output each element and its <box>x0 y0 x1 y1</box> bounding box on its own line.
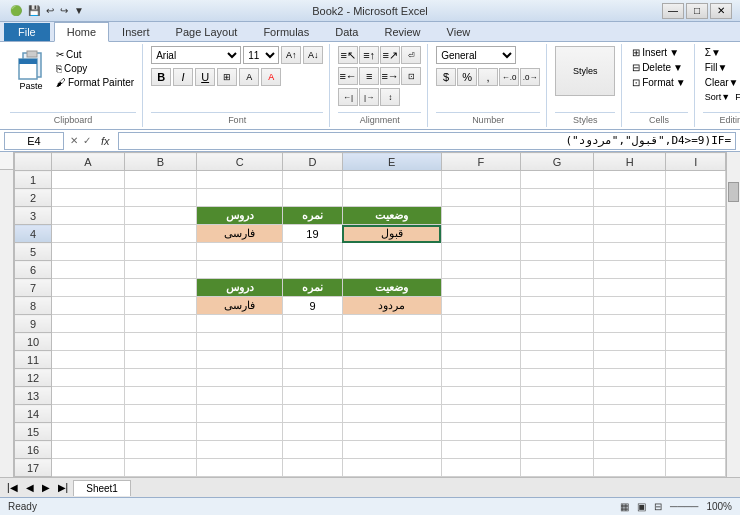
cell-E17[interactable] <box>342 459 441 477</box>
cell-B6[interactable] <box>124 261 197 279</box>
fill-button[interactable]: Fill▼ <box>703 61 730 74</box>
maximize-btn[interactable]: □ <box>686 3 708 19</box>
cell-B15[interactable] <box>124 423 197 441</box>
cell-F8[interactable] <box>441 297 520 315</box>
cell-reference-input[interactable] <box>4 132 64 150</box>
cell-A8[interactable] <box>52 297 125 315</box>
cell-H4[interactable] <box>593 225 666 243</box>
cell-E6[interactable] <box>342 261 441 279</box>
cell-B4[interactable] <box>124 225 197 243</box>
cell-G14[interactable] <box>521 405 594 423</box>
cell-I11[interactable] <box>666 351 726 369</box>
cell-B13[interactable] <box>124 387 197 405</box>
cell-E8[interactable]: مردود <box>342 297 441 315</box>
clear-button[interactable]: Clear▼ <box>703 76 740 89</box>
cell-A9[interactable] <box>52 315 125 333</box>
cell-I10[interactable] <box>666 333 726 351</box>
undo-btn[interactable]: ↩ <box>44 4 56 17</box>
redo-btn[interactable]: ↪ <box>58 4 70 17</box>
cell-H7[interactable] <box>593 279 666 297</box>
cell-B12[interactable] <box>124 369 197 387</box>
cell-F9[interactable] <box>441 315 520 333</box>
cell-E14[interactable] <box>342 405 441 423</box>
cell-E7[interactable]: وضعیت <box>342 279 441 297</box>
text-direction-btn[interactable]: ↕ <box>380 88 400 106</box>
cell-D12[interactable] <box>283 369 342 387</box>
cell-C15[interactable] <box>197 423 283 441</box>
increase-decimal-btn[interactable]: .0→ <box>520 68 540 86</box>
cell-G11[interactable] <box>521 351 594 369</box>
cell-C4[interactable]: فارسی <box>197 225 283 243</box>
tab-data[interactable]: Data <box>322 22 371 41</box>
delete-button[interactable]: ⊟ Delete▼ <box>630 61 685 74</box>
cell-D8[interactable]: 9 <box>283 297 342 315</box>
comma-btn[interactable]: , <box>478 68 498 86</box>
font-name-select[interactable]: Arial <box>151 46 241 64</box>
cell-G12[interactable] <box>521 369 594 387</box>
cell-H17[interactable] <box>593 459 666 477</box>
cell-G1[interactable] <box>521 171 594 189</box>
cell-A3[interactable] <box>52 207 125 225</box>
merge-btn[interactable]: ⊡ <box>401 67 421 85</box>
wrap-text-btn[interactable]: ⏎ <box>401 46 421 64</box>
cell-I2[interactable] <box>666 189 726 207</box>
decrease-indent-btn[interactable]: ←| <box>338 88 358 106</box>
tab-insert[interactable]: Insert <box>109 22 163 41</box>
cell-H16[interactable] <box>593 441 666 459</box>
cell-F7[interactable] <box>441 279 520 297</box>
sheet-nav-next[interactable]: ▶ <box>39 482 53 493</box>
customize-btn[interactable]: ▼ <box>72 4 86 17</box>
cancel-formula-btn[interactable]: ✕ <box>68 135 80 146</box>
sheet-nav-first[interactable]: |◀ <box>4 482 21 493</box>
cell-F6[interactable] <box>441 261 520 279</box>
cell-C14[interactable] <box>197 405 283 423</box>
view-normal-btn[interactable]: ▦ <box>620 501 629 512</box>
cell-I17[interactable] <box>666 459 726 477</box>
cell-C2[interactable] <box>197 189 283 207</box>
cell-G17[interactable] <box>521 459 594 477</box>
tab-file[interactable]: File <box>4 23 50 41</box>
cell-H6[interactable] <box>593 261 666 279</box>
cell-I7[interactable] <box>666 279 726 297</box>
cell-I4[interactable] <box>666 225 726 243</box>
cell-D17[interactable] <box>283 459 342 477</box>
cell-B14[interactable] <box>124 405 197 423</box>
align-left-btn[interactable]: ≡← <box>338 67 358 85</box>
cell-E13[interactable] <box>342 387 441 405</box>
cell-A1[interactable] <box>52 171 125 189</box>
close-btn[interactable]: ✕ <box>710 3 732 19</box>
cell-B1[interactable] <box>124 171 197 189</box>
vertical-scrollbar[interactable] <box>726 152 740 477</box>
find-select-button[interactable]: Find▼ <box>733 91 740 103</box>
increase-font-btn[interactable]: A↑ <box>281 46 301 64</box>
cell-B16[interactable] <box>124 441 197 459</box>
cell-D4[interactable]: 19 <box>283 225 342 243</box>
cell-A13[interactable] <box>52 387 125 405</box>
cell-A17[interactable] <box>52 459 125 477</box>
cell-E9[interactable] <box>342 315 441 333</box>
cell-G7[interactable] <box>521 279 594 297</box>
cell-B2[interactable] <box>124 189 197 207</box>
cell-D10[interactable] <box>283 333 342 351</box>
sum-button[interactable]: Σ▼ <box>703 46 723 59</box>
cell-H5[interactable] <box>593 243 666 261</box>
cell-C1[interactable] <box>197 171 283 189</box>
cell-D2[interactable] <box>283 189 342 207</box>
cell-D3[interactable]: نمره <box>283 207 342 225</box>
decrease-decimal-btn[interactable]: ←.0 <box>499 68 519 86</box>
styles-button[interactable]: Styles <box>555 46 615 96</box>
cell-F3[interactable] <box>441 207 520 225</box>
cell-B9[interactable] <box>124 315 197 333</box>
cell-B8[interactable] <box>124 297 197 315</box>
insert-button[interactable]: ⊞ Insert▼ <box>630 46 681 59</box>
underline-button[interactable]: U <box>195 68 215 86</box>
cell-H14[interactable] <box>593 405 666 423</box>
cell-D11[interactable] <box>283 351 342 369</box>
cell-E16[interactable] <box>342 441 441 459</box>
decrease-font-btn[interactable]: A↓ <box>303 46 323 64</box>
align-right-btn[interactable]: ≡→ <box>380 67 400 85</box>
tab-page-layout[interactable]: Page Layout <box>163 22 251 41</box>
cell-I1[interactable] <box>666 171 726 189</box>
cell-B5[interactable] <box>124 243 197 261</box>
border-button[interactable]: ⊞ <box>217 68 237 86</box>
